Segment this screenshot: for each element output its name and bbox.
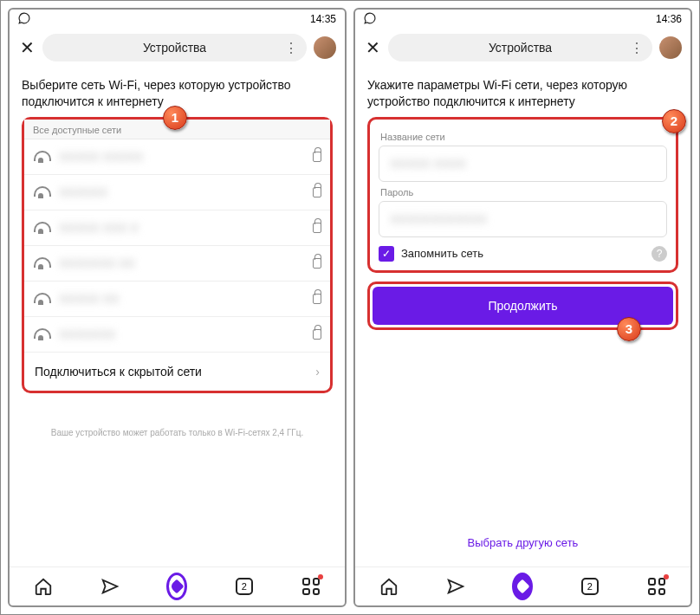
wifi-icon bbox=[33, 328, 49, 340]
bottom-nav: 2 bbox=[10, 566, 345, 605]
wifi-row[interactable]: XXXXXXX XX bbox=[24, 246, 330, 282]
password-label: Пароль bbox=[380, 187, 667, 197]
chevron-right-icon: › bbox=[315, 365, 320, 379]
header: ✕ Устройства ⋮ bbox=[10, 29, 345, 67]
header-pill[interactable]: Устройства ⋮ bbox=[388, 34, 652, 62]
form-highlight: 2 Название сети XXXXX XXXX Пароль XXXXXX… bbox=[367, 117, 678, 273]
callout-marker-1: 1 bbox=[163, 106, 187, 130]
header-title: Устройства bbox=[489, 41, 552, 55]
wifi-ssid: XXXXX XXX X bbox=[59, 221, 306, 235]
content: Выберите сеть Wi-Fi, через которую устро… bbox=[10, 67, 345, 566]
lock-icon bbox=[313, 152, 321, 162]
wifi-ssid: XXXXX XX bbox=[59, 292, 306, 306]
close-icon[interactable]: ✕ bbox=[18, 37, 36, 58]
wifi-list-highlight: 1 Все доступные сети XXXXX XXXXX XXXXXX … bbox=[22, 117, 333, 393]
wifi-row[interactable]: XXXXX XXXXX bbox=[24, 139, 330, 175]
wifi-ssid: XXXXXXX bbox=[59, 327, 306, 341]
alice-icon bbox=[512, 573, 533, 600]
nav-send[interactable] bbox=[100, 576, 120, 597]
alice-icon bbox=[166, 573, 187, 600]
page-title: Укажите параметры Wi-Fi сети, через кото… bbox=[367, 77, 678, 110]
avatar[interactable] bbox=[314, 36, 336, 59]
header-pill[interactable]: Устройства ⋮ bbox=[42, 34, 307, 62]
password-input[interactable]: XXXXXXXXXXXX bbox=[379, 201, 667, 237]
more-icon[interactable]: ⋮ bbox=[284, 40, 298, 56]
wifi-icon bbox=[33, 257, 49, 269]
bottom-nav: 2 bbox=[355, 566, 690, 605]
header: ✕ Устройства ⋮ bbox=[355, 29, 690, 67]
close-icon[interactable]: ✕ bbox=[364, 37, 381, 58]
wifi-ssid: XXXXXX bbox=[59, 185, 306, 199]
remember-label: Запомнить сеть bbox=[401, 247, 645, 260]
callout-marker-3: 3 bbox=[617, 317, 641, 341]
wifi-row[interactable]: XXXXXX bbox=[24, 175, 330, 210]
nav-menu[interactable] bbox=[301, 576, 321, 597]
notification-dot-icon bbox=[318, 574, 323, 579]
ssid-label: Название сети bbox=[380, 132, 667, 142]
ssid-input[interactable]: XXXXX XXXX bbox=[379, 146, 667, 182]
lock-icon bbox=[313, 294, 321, 304]
wifi-icon bbox=[33, 186, 49, 198]
wifi-row[interactable]: XXXXXXX bbox=[24, 317, 330, 352]
remember-row: ✓ Запомнить сеть ? bbox=[379, 246, 667, 262]
help-icon[interactable]: ? bbox=[651, 246, 667, 262]
hidden-network-link[interactable]: Подключиться к скрытой сети › bbox=[24, 352, 330, 391]
footnote: Ваше устройство может работать только в … bbox=[22, 428, 333, 437]
page-title: Выберите сеть Wi-Fi, через которую устро… bbox=[22, 77, 333, 110]
screen-select-wifi: 14:35 ✕ Устройства ⋮ Выберите сеть Wi-Fi… bbox=[8, 8, 347, 607]
nav-home[interactable] bbox=[33, 576, 54, 597]
wifi-icon bbox=[33, 151, 49, 163]
whatsapp-icon bbox=[18, 12, 30, 27]
status-bar: 14:35 bbox=[10, 10, 345, 29]
wifi-list: XXXXX XXXXX XXXXXX XXXXX XXX X XXXXXXX X… bbox=[24, 139, 330, 352]
hidden-network-label: Подключиться к скрытой сети bbox=[35, 365, 202, 379]
lock-icon bbox=[313, 329, 321, 340]
nav-tabs[interactable]: 2 bbox=[580, 576, 600, 597]
notification-dot-icon bbox=[664, 574, 669, 579]
status-time: 14:36 bbox=[656, 13, 682, 25]
wifi-row[interactable]: XXXXX XXX X bbox=[24, 210, 330, 246]
status-time: 14:35 bbox=[310, 13, 336, 25]
nav-send[interactable] bbox=[445, 576, 466, 597]
nav-menu[interactable] bbox=[646, 576, 667, 597]
tab-count: 2 bbox=[236, 578, 253, 595]
wifi-row[interactable]: XXXXX XX bbox=[24, 282, 330, 317]
wifi-icon bbox=[33, 222, 49, 234]
status-bar: 14:36 bbox=[355, 10, 690, 29]
content: Укажите параметры Wi-Fi сети, через кото… bbox=[355, 67, 690, 566]
nav-alice[interactable] bbox=[512, 576, 533, 597]
screen-wifi-params: 14:36 ✕ Устройства ⋮ Укажите параметры W… bbox=[353, 8, 692, 607]
wifi-icon bbox=[33, 293, 49, 305]
continue-highlight: Продолжить 3 bbox=[367, 282, 678, 330]
avatar[interactable] bbox=[659, 36, 682, 59]
tab-count: 2 bbox=[581, 578, 599, 595]
nav-tabs[interactable]: 2 bbox=[234, 576, 255, 597]
callout-marker-2: 2 bbox=[662, 109, 686, 133]
choose-another-link[interactable]: Выбрать другую сеть bbox=[367, 450, 678, 549]
wifi-ssid: XXXXXXX XX bbox=[59, 256, 306, 270]
header-title: Устройства bbox=[143, 41, 206, 55]
nav-home[interactable] bbox=[379, 576, 399, 597]
lock-icon bbox=[313, 187, 321, 197]
lock-icon bbox=[313, 258, 321, 269]
lock-icon bbox=[313, 223, 321, 233]
whatsapp-icon bbox=[364, 12, 376, 27]
nav-alice[interactable] bbox=[166, 576, 187, 597]
wifi-ssid: XXXXX XXXXX bbox=[59, 150, 306, 164]
more-icon[interactable]: ⋮ bbox=[630, 40, 644, 56]
remember-checkbox[interactable]: ✓ bbox=[379, 246, 394, 262]
